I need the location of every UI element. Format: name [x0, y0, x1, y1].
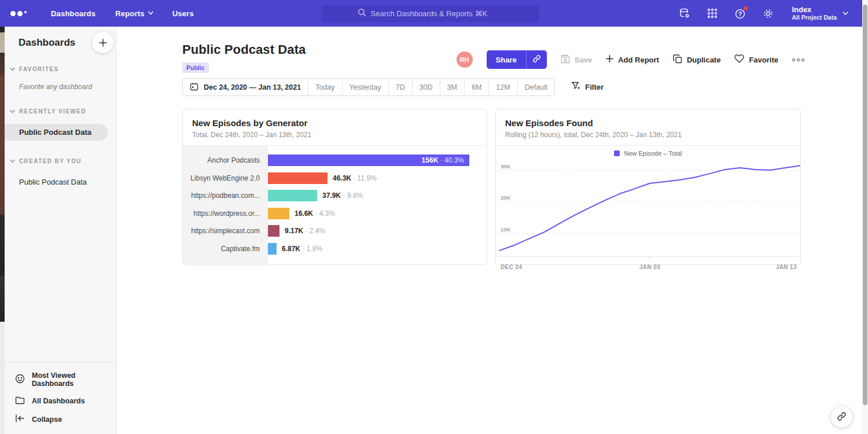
bar-row: https://simplecast.com9.17K · 2.4%	[183, 222, 487, 240]
primary-nav: Dashboards Reports Users	[51, 9, 194, 18]
page-title: Public Podcast Data	[182, 42, 306, 57]
sidebar-section-favorites[interactable]: FAVORITES	[5, 66, 116, 72]
preset-3m[interactable]: 3M	[440, 79, 464, 95]
bar-category-label: https://simplecast.com	[183, 227, 268, 235]
line-chart-title: New Episodes Found	[505, 118, 791, 128]
header-actions: RH Share Save Add Report Duplicate Favor…	[457, 50, 804, 69]
bar[interactable]	[268, 172, 328, 184]
sidebar-footer: Most Viewed Dashboards All Dashboards Co…	[5, 362, 116, 434]
bar-row: Anchor Podcasts156K · 40.3%	[183, 152, 487, 170]
sidebar-section-recently-viewed[interactable]: RECENTLY VIEWED	[5, 108, 116, 115]
global-search[interactable]	[322, 5, 539, 22]
heart-icon	[734, 54, 744, 65]
notification-badge	[743, 6, 748, 11]
bar-chart-title: New Episodes by Generator	[192, 118, 477, 128]
line-chart-plot: 10K20K30K	[496, 161, 800, 262]
bar-category-label: https://wordpress.or...	[183, 209, 268, 218]
more-options-button[interactable]	[792, 56, 804, 64]
chevron-down-icon	[10, 66, 15, 72]
x-tick-label: JAN 13	[776, 264, 797, 270]
preset-default[interactable]: Default	[517, 79, 555, 95]
add-dashboard-button[interactable]	[92, 32, 113, 53]
help-icon[interactable]: ?	[734, 7, 746, 20]
nav-reports[interactable]: Reports	[115, 9, 153, 18]
most-viewed-dashboards-link[interactable]: Most Viewed Dashboards	[5, 367, 116, 392]
bar-category-label: Captivate.fm	[183, 245, 268, 253]
navbar-right-icons: ? Index All Project Data	[678, 5, 847, 21]
bar-row: https://wordpress.or...16.6K · 4.3%	[183, 205, 487, 223]
bar-value-label: 37.9K · 9.8%	[322, 192, 363, 200]
plus-icon	[606, 55, 613, 64]
top-navbar: Dashboards Reports Users ?	[0, 0, 862, 27]
bar-track: 16.6K · 4.3%	[268, 205, 487, 223]
y-tick-label: 20K	[501, 194, 511, 201]
collapse-sidebar-button[interactable]: Collapse	[5, 410, 116, 428]
data-sources-icon[interactable]	[678, 7, 691, 20]
sidebar-section-created-by-you[interactable]: CREATED BY YOU	[5, 158, 116, 164]
chevron-down-icon	[148, 11, 153, 16]
visibility-badge: Public	[182, 62, 209, 73]
preset-today[interactable]: Today	[308, 79, 341, 95]
bar-row: Captivate.fm6.87K · 1.8%	[183, 240, 487, 258]
line-chart-legend: New Episode – Total	[496, 146, 800, 161]
preset-yesterday[interactable]: Yesterday	[342, 79, 388, 95]
favorite-button[interactable]: Favorite	[734, 54, 778, 65]
share-button[interactable]: Share	[487, 50, 526, 69]
bar[interactable]	[268, 225, 279, 237]
project-switcher[interactable]: Index All Project Data	[792, 5, 847, 21]
add-report-button[interactable]: Add Report	[606, 55, 659, 64]
bar-row: https://podbean.com...37.9K · 9.8%	[183, 187, 487, 205]
apps-grid-icon[interactable]	[706, 7, 719, 20]
line-chart-svg: 10K20K30K	[496, 161, 800, 259]
bar-category-label: https://podbean.com...	[183, 192, 268, 200]
page-scrollbar-track[interactable]	[862, 0, 868, 434]
duplicate-button[interactable]: Duplicate	[673, 54, 721, 65]
page-scrollbar-thumb[interactable]	[863, 5, 867, 405]
bar-category-label: Libsyn WebEngine 2.0	[183, 174, 268, 182]
floating-link-button[interactable]	[831, 406, 852, 428]
line-chart-subtitle: Rolling (12 hours), total, Dec 24th, 202…	[505, 131, 791, 139]
app-logo[interactable]	[10, 11, 27, 16]
line-series[interactable]	[499, 165, 800, 251]
line-chart-x-labels: DEC 24JAN 03JAN 13	[496, 263, 800, 273]
sidebar: Dashboards FAVORITES Favorite any dashbo…	[5, 27, 117, 434]
bar-track: 9.17K · 2.4%	[268, 222, 487, 240]
sidebar-item-public-podcast-data-created[interactable]: Public Podcast Data	[5, 174, 116, 190]
preset-12m[interactable]: 12M	[488, 79, 517, 95]
search-input[interactable]	[371, 9, 504, 18]
bar-value-label: 6.87K · 1.8%	[282, 245, 322, 253]
all-dashboards-link[interactable]: All Dashboards	[5, 392, 116, 410]
avatar[interactable]: RH	[457, 52, 473, 68]
project-subtitle: All Project Data	[792, 14, 837, 21]
bar-chart-subtitle: Total, Dec 24th, 2020 – Jan 13th, 2021	[192, 131, 477, 139]
preset-6m[interactable]: 6M	[464, 79, 488, 95]
filter-button[interactable]: Filter	[571, 82, 604, 93]
bar-value-label: 156K · 40.3%	[422, 156, 469, 164]
chevron-down-icon	[843, 11, 847, 16]
bar[interactable]	[268, 208, 289, 219]
project-name: Index	[792, 5, 837, 14]
left-edge-artifact	[0, 27, 5, 434]
bar[interactable]	[268, 190, 317, 201]
sidebar-item-public-podcast-data[interactable]: Public Podcast Data	[5, 124, 108, 141]
nav-users[interactable]: Users	[172, 9, 194, 18]
y-tick-label: 30K	[501, 163, 511, 170]
svg-text:?: ?	[738, 10, 742, 17]
bar[interactable]: 156K · 40.3%	[268, 155, 469, 166]
date-range-control: Dec 24, 2020 — Jan 13, 2021 Today Yester…	[182, 78, 555, 96]
bar-value-label: 46.3K · 11.9%	[333, 174, 377, 182]
nav-dashboards[interactable]: Dashboards	[51, 9, 95, 18]
settings-gear-icon[interactable]	[762, 7, 774, 20]
save-button[interactable]: Save	[561, 54, 592, 65]
preset-7d[interactable]: 7D	[388, 79, 412, 95]
preset-30d[interactable]: 30D	[412, 79, 440, 95]
date-toolbar: Dec 24, 2020 — Jan 13, 2021 Today Yester…	[182, 78, 604, 96]
share-split-button: Share	[487, 50, 547, 69]
link-icon	[837, 411, 847, 423]
date-range-picker[interactable]: Dec 24, 2020 — Jan 13, 2021	[183, 79, 308, 95]
legend-swatch	[614, 150, 620, 156]
bar[interactable]	[268, 243, 277, 255]
x-tick-label: JAN 03	[639, 264, 660, 270]
share-link-button[interactable]	[526, 50, 547, 69]
bar-track: 156K · 40.3%	[268, 152, 487, 170]
